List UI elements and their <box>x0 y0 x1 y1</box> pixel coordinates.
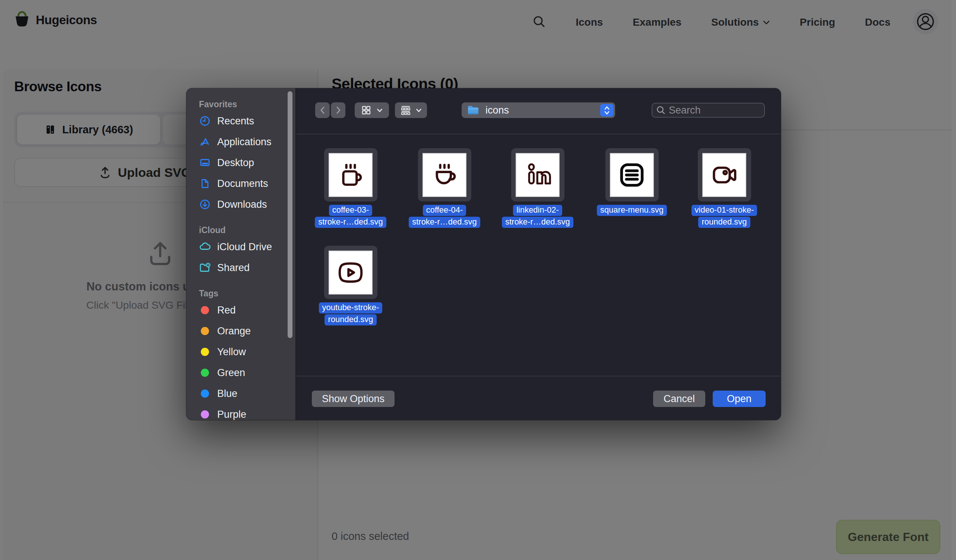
search-field[interactable] <box>652 103 765 118</box>
sidebar-item-icloud-drive[interactable]: iCloud Drive <box>199 237 296 257</box>
sidebar-item-desktop[interactable]: Desktop <box>199 152 296 173</box>
toolbar-divider <box>296 134 781 135</box>
chevron-down-icon <box>416 108 422 113</box>
sidebar-divider <box>296 88 296 420</box>
coffee-cup-icon <box>430 160 459 190</box>
coffee-mug-icon <box>336 160 365 190</box>
search-icon <box>656 105 666 115</box>
tag-red-icon <box>199 304 211 316</box>
open-button[interactable]: Open <box>713 391 766 407</box>
tag-purple-icon <box>199 408 211 420</box>
sidebar-tag-blue[interactable]: Blue <box>199 383 296 404</box>
file-thumbnail <box>329 251 373 295</box>
file-thumbnail <box>423 153 467 197</box>
shared-folder-icon <box>199 262 211 274</box>
location-stepper[interactable] <box>600 104 613 116</box>
document-icon <box>199 177 211 190</box>
show-options-button[interactable]: Show Options <box>312 391 395 407</box>
file-item-coffee-04[interactable]: coffee-04-stroke-r…ded.svg <box>404 148 486 228</box>
grid-view-icon <box>361 105 371 115</box>
file-label: coffee-03-stroke-r…ded.svg <box>315 205 386 228</box>
tag-yellow-icon <box>199 346 211 358</box>
file-thumbnail <box>610 153 654 197</box>
sidebar-item-shared[interactable]: Shared <box>199 257 296 278</box>
file-label: linkedin-02-stroke-r…ded.svg <box>502 205 573 228</box>
favorites-header: Favorites <box>199 99 296 111</box>
sidebar-item-recents[interactable]: Recents <box>199 111 296 132</box>
location-dropdown[interactable]: icons <box>462 102 615 118</box>
file-item-coffee-03[interactable]: coffee-03-stroke-r…ded.svg <box>310 148 392 228</box>
group-view-icon <box>400 105 411 115</box>
download-circle-icon <box>199 198 211 210</box>
sidebar-scrollbar[interactable] <box>288 91 292 338</box>
file-item-youtube[interactable]: youtube-stroke-rounded.svg <box>310 246 392 325</box>
forward-button[interactable] <box>331 102 345 118</box>
sidebar-item-downloads[interactable]: Downloads <box>199 194 296 215</box>
cloud-icon <box>199 241 211 253</box>
file-item-square-menu[interactable]: square-menu.svg <box>591 148 673 216</box>
sidebar-tag-green[interactable]: Green <box>199 362 296 383</box>
desktop-icon <box>199 157 211 169</box>
nav-buttons <box>315 102 345 118</box>
tag-green-icon <box>199 367 211 379</box>
sidebar-item-documents[interactable]: Documents <box>199 173 296 194</box>
screen: Hugeicons Icons Examples Solutions Prici… <box>0 0 956 560</box>
tag-blue-icon <box>199 387 211 400</box>
file-label: square-menu.svg <box>597 205 667 216</box>
file-item-video-01[interactable]: video-01-stroke-rounded.svg <box>683 148 765 228</box>
chevron-down-icon <box>377 108 383 113</box>
video-camera-icon <box>710 160 739 190</box>
icloud-header: iCloud <box>199 225 296 237</box>
clock-icon <box>199 115 211 127</box>
appstore-icon <box>199 136 211 148</box>
file-label: coffee-04-stroke-r…ded.svg <box>409 205 480 228</box>
icon-view-button[interactable] <box>355 102 389 118</box>
location-label: icons <box>486 105 509 116</box>
group-view-button[interactable] <box>395 102 427 118</box>
picker-sidebar: Favorites Recents Applications Desktop <box>186 88 296 420</box>
back-button[interactable] <box>315 102 330 118</box>
tag-orange-icon <box>199 325 211 337</box>
file-item-linkedin-02[interactable]: linkedin-02-stroke-r…ded.svg <box>497 148 579 228</box>
file-label: video-01-stroke-rounded.svg <box>692 205 758 228</box>
file-picker-dialog: Favorites Recents Applications Desktop <box>186 88 781 420</box>
linkedin-icon <box>523 160 552 190</box>
square-menu-icon <box>617 160 646 190</box>
file-thumbnail <box>702 153 746 197</box>
search-input[interactable] <box>669 105 755 116</box>
sidebar-tag-red[interactable]: Red <box>199 300 296 321</box>
file-thumbnail <box>329 153 373 197</box>
youtube-icon <box>336 258 365 287</box>
file-label: youtube-stroke-rounded.svg <box>319 302 383 325</box>
sidebar-tag-orange[interactable]: Orange <box>199 321 296 342</box>
folder-icon <box>467 105 480 116</box>
file-thumbnail <box>516 153 560 197</box>
cancel-button[interactable]: Cancel <box>653 391 705 407</box>
sidebar-tag-yellow[interactable]: Yellow <box>199 342 296 362</box>
sidebar-item-applications[interactable]: Applications <box>199 132 296 152</box>
tags-header: Tags <box>199 289 296 300</box>
sidebar-tag-purple[interactable]: Purple <box>199 404 296 420</box>
footer-divider <box>296 376 781 376</box>
